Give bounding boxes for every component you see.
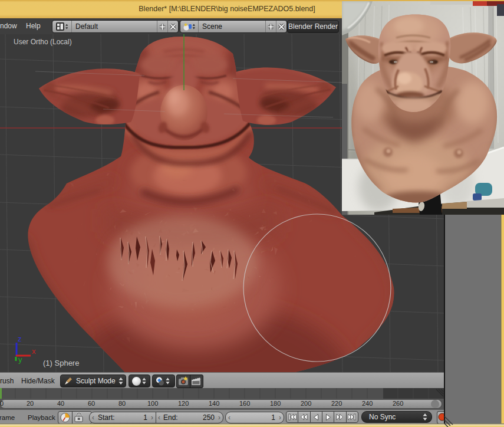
svg-text:User Ortho (Local): User Ortho (Local) (14, 38, 72, 46)
svg-text:(1) Sphere: (1) Sphere (43, 359, 79, 367)
svg-text:y: y (18, 355, 22, 364)
svg-text:x: x (32, 347, 36, 356)
svg-text:z: z (18, 334, 22, 343)
